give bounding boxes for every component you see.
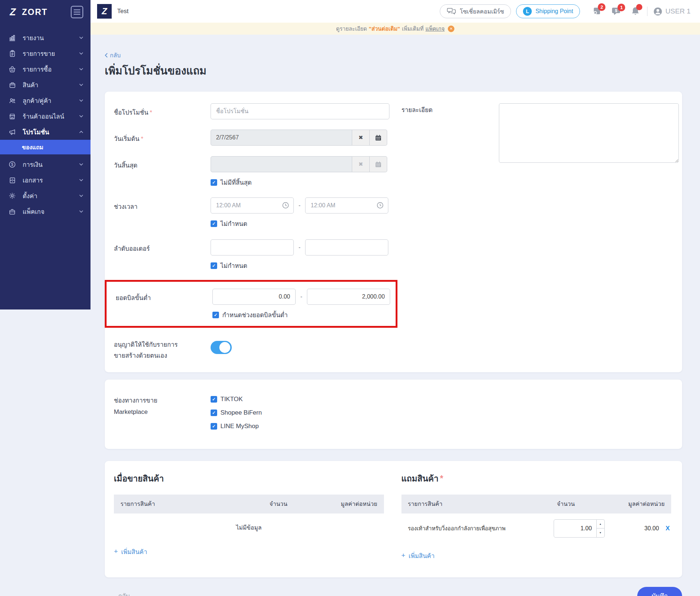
sidebar-item-online-store[interactable]: ร้านค้าออนไลน์ [0, 108, 91, 124]
stepper-buttons: ▲ ▼ [597, 519, 605, 538]
plus-icon: + [114, 547, 118, 555]
sidebar-item-products[interactable]: สินค้า [0, 77, 91, 93]
gear-icon [8, 192, 16, 200]
min-bill-to-input[interactable] [307, 289, 390, 305]
social-commerce-button[interactable]: โซเชี่ยลคอมเมิร์ซ [440, 4, 511, 18]
time-unset-checkbox[interactable]: ✓ [211, 220, 217, 227]
no-end-date-label: ไม่มีที่สิ้นสุด [220, 177, 252, 187]
channel-checkbox[interactable]: ✓ [211, 423, 217, 430]
range-dash: - [300, 293, 302, 300]
end-date-input[interactable] [211, 156, 352, 172]
people-icon [8, 97, 16, 104]
description-textarea[interactable] [499, 103, 679, 163]
add-free-item-link[interactable]: + เพิ่มสินค้า [401, 551, 435, 561]
sidebar-menu: รายงาน รายการขาย รายการซื้อ สินค้า [0, 30, 91, 219]
svg-text:$: $ [11, 162, 14, 166]
channel-row-shopee: ✓ Shopee BiFern [211, 409, 262, 416]
column-product: รายการสินค้า [408, 499, 533, 508]
sidebar-item-packages[interactable]: แพ็คเกจ [0, 204, 91, 219]
quantity-cell: ▲ ▼ [538, 519, 604, 538]
sidebar-item-promotions[interactable]: โปรโมชั่น [0, 124, 91, 140]
channel-label: Shopee BiFern [220, 409, 262, 416]
start-date-calendar-button[interactable] [370, 130, 387, 146]
required-asterisk: * [440, 474, 443, 483]
end-date-clear-button[interactable]: ✖ [352, 156, 370, 172]
end-date-calendar-button[interactable] [370, 156, 387, 172]
remove-row-button[interactable]: X [666, 525, 670, 532]
user-avatar-icon [653, 7, 662, 16]
sidebar-item-label: เอกสาร [23, 175, 43, 185]
order-unset-checkbox[interactable]: ✓ [211, 262, 217, 269]
banner-middle: เพิ่มเติมที่ [402, 24, 424, 33]
table-header: รายการสินค้า จำนวน มูลค่าต่อหน่วย [401, 495, 672, 514]
sidebar-item-purchases[interactable]: รายการซื้อ [0, 61, 91, 77]
channel-label: LINE MyShop [220, 423, 259, 430]
sidebar-item-finance[interactable]: $ การเงิน [0, 157, 91, 172]
svg-text:$: $ [615, 8, 617, 13]
quantity-decrease-button[interactable]: ▼ [597, 528, 605, 538]
sidebar: Z ZORT รายงาน รายการขาย รายการซื้อ [0, 0, 91, 309]
sidebar-item-sales[interactable]: รายการขาย [0, 46, 91, 61]
clock-icon [377, 202, 384, 209]
shipping-point-button[interactable]: L Shipping Point [516, 4, 580, 18]
min-bill-from-input[interactable] [212, 289, 296, 305]
sidebar-item-customers[interactable]: ลูกค้า/คู่ค้า [0, 93, 91, 108]
min-bill-checkbox[interactable]: ✓ [212, 312, 219, 318]
chevron-down-icon [79, 68, 83, 70]
zort-logo-icon: Z [7, 7, 18, 18]
quantity-stepper: ▲ ▼ [554, 519, 605, 538]
promotion-name-input[interactable] [211, 103, 389, 119]
column-quantity: จำนวน [533, 499, 599, 508]
sidebar-item-reports[interactable]: รายงาน [0, 30, 91, 46]
channel-checkbox[interactable]: ✓ [211, 409, 217, 416]
notification-badge: 2 [598, 3, 605, 11]
start-date-input[interactable]: 2/7/2567 [211, 130, 352, 146]
sidebar-item-documents[interactable]: เอกสาร [0, 172, 91, 188]
bell-dot-badge [636, 4, 642, 10]
bell-button[interactable] [631, 7, 640, 16]
footer-actions: กลับ บันทึก [105, 587, 682, 596]
sidebar-subitem-free-gifts[interactable]: ของแถม [0, 140, 91, 154]
start-date-clear-button[interactable]: ✖ [352, 130, 370, 146]
product-name: รองเท้าสำหรับวิ่งออกกำลังกายเพื่อสุขภาพ [408, 524, 538, 533]
min-bill-checkbox-row: ✓ กำหนดช่วงยอดบิลขั้นต่ำ [212, 310, 396, 320]
sidebar-collapse-button[interactable] [71, 6, 83, 18]
quantity-input[interactable] [554, 519, 597, 538]
quantity-increase-button[interactable]: ▲ [597, 519, 605, 528]
sidebar-item-settings[interactable]: ตั้งค่า [0, 188, 91, 204]
column-product: รายการสินค้า [120, 499, 246, 508]
channel-list: ✓ TIKTOK ✓ Shopee BiFern ✓ LINE MyShop [211, 395, 262, 430]
range-dash: - [299, 202, 300, 209]
footer-back-link[interactable]: กลับ [118, 591, 130, 596]
clear-x-icon: ✖ [358, 134, 363, 141]
promotions-notification-button[interactable]: 2 [592, 7, 601, 16]
order-to-input[interactable] [305, 239, 388, 255]
add-product-link[interactable]: + เพิ่มสินค้า [114, 547, 147, 557]
workspace-logo-icon: Z [97, 4, 112, 19]
order-from-input[interactable] [211, 239, 294, 255]
back-link[interactable]: กลับ [105, 51, 121, 60]
plus-icon: + [401, 551, 405, 560]
start-date-label: วันเริ่มต้น* [114, 130, 211, 146]
user-menu[interactable]: USER 1 [653, 7, 691, 16]
banner-package-link[interactable]: แพ็คเกจ [426, 24, 445, 33]
page-content: กลับ เพิ่มโปรโมชั่นของแถม ชื่อโปรโมชั่น*… [91, 35, 700, 596]
time-from-input[interactable] [211, 197, 294, 214]
allow-manual-toggle[interactable] [211, 341, 232, 354]
empty-state: ไม่มีข้อมูล [114, 514, 384, 539]
username: USER 1 [665, 7, 691, 15]
min-bill-label: ยอดบิลขั้นต่ำ [116, 289, 212, 305]
time-from-wrap [211, 197, 294, 214]
no-end-date-checkbox[interactable]: ✓ [211, 179, 217, 186]
save-button[interactable]: บันทึก [637, 587, 682, 596]
billing-message-button[interactable]: $ 1 [611, 7, 621, 16]
time-range-label: ช่วงเวลา [114, 197, 211, 228]
banner-close-icon[interactable]: ✕ [448, 26, 454, 32]
chevron-left-icon [105, 53, 108, 58]
zort-logo-text: ZORT [22, 7, 48, 17]
box-icon [8, 81, 16, 89]
channel-checkbox[interactable]: ✓ [211, 396, 217, 403]
time-to-input[interactable] [305, 197, 388, 214]
free-items-table: แถมสินค้า* รายการสินค้า จำนวน มูลค่าต่อห… [401, 472, 672, 561]
addon-banner: ดูรายละเอียด "ส่วนต่อเติม" เพิ่มเติมที่ … [91, 23, 700, 35]
